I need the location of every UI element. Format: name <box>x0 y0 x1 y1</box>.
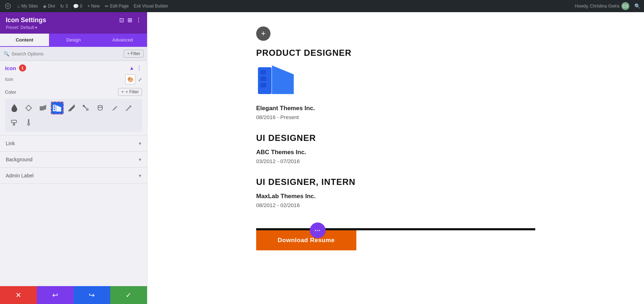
product-designer-icon <box>256 64 296 98</box>
diamond-icon-cell[interactable] <box>22 102 35 114</box>
admin-chevron-icon: ▾ <box>139 173 141 178</box>
icon-picker-subsection: Icon 🎨 ⤢ <box>5 74 142 84</box>
page-content: + PRODUCT DESIGNER <box>235 12 557 304</box>
svg-rect-21 <box>260 70 266 74</box>
job-section-0: PRODUCT DESIGNER Elegant <box>256 48 535 120</box>
paint-roller-icon-cell[interactable] <box>8 116 21 129</box>
drop-icon-cell[interactable] <box>8 102 21 114</box>
search-icon: 🔍 <box>4 51 9 57</box>
date-range-1: 03/2012 - 07/2016 <box>256 158 535 164</box>
svg-point-19 <box>27 122 30 126</box>
bucket-icon-cell[interactable] <box>94 102 107 114</box>
svg-point-12 <box>86 108 89 111</box>
section-collapse-icon[interactable]: ▲ <box>129 65 134 71</box>
svg-rect-7 <box>54 107 55 108</box>
expand-icon[interactable]: ⊡ <box>119 17 124 24</box>
icon-grid <box>5 99 142 132</box>
svg-rect-17 <box>13 124 15 125</box>
icon-preview-box[interactable]: 🎨 <box>125 74 135 84</box>
icon-badge: 1 <box>19 64 26 72</box>
job-title-0: PRODUCT DESIGNER <box>256 48 535 58</box>
avatar: CG <box>621 2 629 10</box>
layout-icon[interactable]: ⊞ <box>127 17 132 24</box>
howdy-menu[interactable]: Howdy, Christina Gwira CG <box>575 2 629 10</box>
filter-icon: + <box>127 51 130 56</box>
download-resume-button[interactable]: Download Resume <box>256 230 356 250</box>
link-section[interactable]: Link ▾ <box>0 136 147 152</box>
icon-section-header: Icon 1 ▲ ⋮ <box>5 64 142 72</box>
redo-button[interactable]: ↪ <box>74 286 111 304</box>
design-swatch-icon-cell[interactable] <box>51 102 64 114</box>
date-range-2: 08/2012 - 02/2016 <box>256 202 535 208</box>
edit-icon: ✏ <box>105 4 109 9</box>
comment-icon: 💬 <box>73 4 79 9</box>
color-label: Color <box>5 89 16 95</box>
section-menu-icon[interactable]: ⋮ <box>136 65 142 72</box>
admin-label-section[interactable]: Admin Label ▾ <box>0 168 147 184</box>
tab-content[interactable]: Content <box>0 34 49 47</box>
svg-point-13 <box>83 105 85 107</box>
home-icon: ⌂ <box>17 4 20 9</box>
background-section[interactable]: Background ▾ <box>0 152 147 168</box>
fill-icon-cell[interactable] <box>79 102 92 114</box>
pen-icon-cell[interactable] <box>108 102 121 114</box>
company-name-2: MaxLab Themes Inc. <box>256 193 535 200</box>
svg-rect-8 <box>54 109 55 110</box>
more-icon[interactable]: ⋮ <box>136 17 141 24</box>
icon-display <box>256 64 535 99</box>
edit-page-link[interactable]: ✏ Edit Page <box>105 4 129 9</box>
svg-rect-23 <box>260 83 266 87</box>
icon-section: Icon 1 ▲ ⋮ Icon 🎨 <box>0 61 147 136</box>
icon-sublabel: Icon 🎨 ⤢ <box>5 74 142 84</box>
pencil-icon-cell[interactable] <box>122 102 135 114</box>
add-module-button[interactable]: + <box>256 26 270 41</box>
wp-admin-bar: W ⌂ My Sites ◈ Divi ↻ 3 💬 0 + New ✏ Edit… <box>0 0 644 12</box>
exit-builder-link[interactable]: Exit Visual Builder <box>134 4 169 9</box>
svg-rect-3 <box>40 106 43 111</box>
cancel-button[interactable]: ✕ <box>0 286 37 304</box>
svg-rect-15 <box>11 120 16 123</box>
job-section-1: UI DESIGNER ABC Themes Inc. 03/2012 - 07… <box>256 133 535 164</box>
fullscreen-icon[interactable]: ⤢ <box>138 77 142 82</box>
search-icon[interactable]: 🔍 <box>634 3 640 9</box>
background-chevron-icon: ▾ <box>139 157 141 162</box>
svg-rect-18 <box>28 119 29 123</box>
job-section-2: UI DESIGNER, INTERN MaxLab Themes Inc. 0… <box>256 177 535 208</box>
updates-menu[interactable]: ↻ 3 <box>60 4 68 9</box>
new-menu[interactable]: + New <box>87 4 99 9</box>
palette-icon-cell[interactable] <box>36 102 49 114</box>
download-area: Download Resume ••• <box>256 228 535 250</box>
color-row: Color + + Filter <box>5 88 142 96</box>
eraser-icon-cell[interactable] <box>65 102 78 114</box>
tab-advanced[interactable]: Advanced <box>98 34 147 47</box>
divi-menu[interactable]: ◈ Divi <box>43 4 55 9</box>
background-label: Background <box>6 157 33 162</box>
undo-button[interactable]: ↩ <box>37 286 74 304</box>
comments-menu[interactable]: 💬 0 <box>73 4 83 9</box>
wp-logo-icon[interactable]: W <box>4 2 12 10</box>
svg-marker-4 <box>43 105 46 111</box>
color-filter-button[interactable]: + + Filter <box>118 88 142 96</box>
save-button[interactable]: ✓ <box>110 286 147 304</box>
dots-menu-button[interactable]: ••• <box>310 222 326 238</box>
svg-marker-2 <box>26 105 31 111</box>
icon-section-actions: ▲ ⋮ <box>129 65 142 72</box>
job-title-1: UI DESIGNER <box>256 133 535 143</box>
link-chevron-icon: ▾ <box>139 141 141 146</box>
left-panel: Icon Settings ⊡ ⊞ ⋮ Preset: Default ▾ Co… <box>0 12 147 304</box>
search-input[interactable] <box>11 51 122 57</box>
panel-title-text: Icon Settings <box>6 16 46 24</box>
tab-design[interactable]: Design <box>49 34 98 47</box>
svg-rect-6 <box>54 106 55 107</box>
chevron-down-icon: ▾ <box>35 25 37 30</box>
svg-text:W: W <box>6 5 9 8</box>
brush-icon-cell[interactable] <box>22 116 35 129</box>
svg-rect-22 <box>260 77 266 81</box>
job-title-2: UI DESIGNER, INTERN <box>256 177 535 187</box>
filter-button[interactable]: + Filter <box>124 50 143 58</box>
my-sites-menu[interactable]: ⌂ My Sites <box>17 4 38 9</box>
preset-label[interactable]: Preset: Default ▾ <box>6 25 141 30</box>
panel-header: Icon Settings ⊡ ⊞ ⋮ Preset: Default ▾ <box>0 12 147 34</box>
company-name-0: Elegant Themes Inc. <box>256 105 535 112</box>
link-label: Link <box>6 141 15 146</box>
